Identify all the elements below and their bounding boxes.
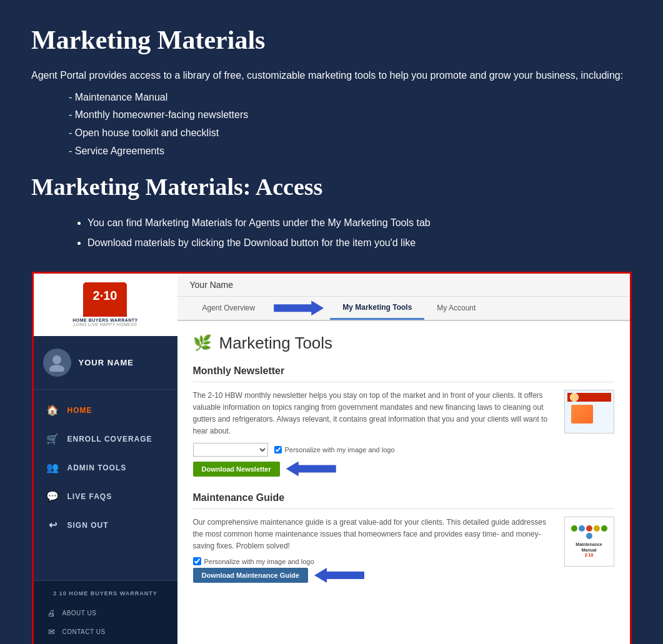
maint-dot bbox=[586, 525, 592, 532]
maint-dot bbox=[586, 533, 592, 539]
chat-icon: 💬 bbox=[46, 490, 60, 503]
signout-icon: ↩ bbox=[46, 518, 60, 532]
list-item: - Open house toolkit and checklist bbox=[69, 124, 632, 142]
download-newsletter-button[interactable]: Download Newsletter bbox=[193, 462, 280, 477]
mail-icon: ✉ bbox=[46, 627, 57, 638]
newsletter-controls: Personalize with my image and logo bbox=[193, 443, 552, 457]
sidebar-item-home[interactable]: 🏠 HOME bbox=[34, 396, 177, 425]
footer-about-label: ABOUT US bbox=[62, 610, 97, 617]
logo-company-name: HOME BUYERS WARRANTY bbox=[72, 318, 138, 322]
maintenance-section: Maintenance Guide Our comprehensive main… bbox=[193, 492, 614, 583]
page-title: Marketing Materials bbox=[31, 25, 632, 55]
footer-company-name: 2 10 HOME BUYERS WARRANTY bbox=[43, 590, 168, 597]
tools-heading: Marketing Tools bbox=[219, 334, 333, 353]
newsletter-content: The 2-10 HBW monthly newsletter helps yo… bbox=[193, 390, 614, 477]
maintenance-thumbnail: MaintenanceManual 2·10 bbox=[564, 517, 614, 567]
footer-item-contact[interactable]: ✉ CONTACT US bbox=[43, 623, 168, 642]
maint-dot bbox=[601, 525, 607, 532]
newsletter-text-area: The 2-10 HBW monthly newsletter helps yo… bbox=[193, 390, 552, 477]
maintenance-heading: Maintenance Guide bbox=[193, 492, 614, 509]
maint-dot bbox=[579, 525, 585, 532]
logo-tagline: LONG LIVE HAPPY HOMES® bbox=[74, 322, 137, 327]
logo-area: 2·10 HOME BUYERS WARRANTY LONG LIVE HAPP… bbox=[34, 274, 177, 336]
portal-user-greeting: Your Name bbox=[190, 280, 234, 290]
footer-contact-label: CONTACT US bbox=[62, 628, 106, 635]
maint-logo: 2·10 bbox=[585, 553, 594, 557]
main-panel: Your Name Agent Overview My Marketing To… bbox=[177, 274, 630, 644]
tab-my-account[interactable]: My Account bbox=[424, 297, 488, 319]
screenshot-mockup: 2·10 HOME BUYERS WARRANTY LONG LIVE HAPP… bbox=[32, 272, 632, 644]
maint-icons bbox=[569, 525, 610, 539]
maintenance-download-row: Download Maintenance Guide bbox=[193, 568, 552, 583]
sidebar-user-name: YOUR NAME bbox=[79, 358, 134, 367]
newsletter-section: Monthly Newsletter The 2-10 HBW monthly … bbox=[193, 365, 614, 477]
arrow-right-icon bbox=[274, 300, 324, 315]
list-item: - Maintenance Manual bbox=[69, 89, 632, 107]
users-icon: 👥 bbox=[46, 461, 60, 475]
maint-dot bbox=[594, 525, 600, 532]
newsletter-heading: Monthly Newsletter bbox=[193, 365, 614, 382]
thumb-content bbox=[567, 404, 611, 425]
tab-agent-overview-label: Agent Overview bbox=[202, 304, 256, 312]
maint-title-text: MaintenanceManual bbox=[576, 542, 602, 553]
tab-marketing-tools-label: My Marketing Tools bbox=[342, 303, 412, 312]
thumb-avatar bbox=[570, 393, 579, 402]
logo-emblem: 2·10 bbox=[83, 282, 127, 317]
svg-point-2 bbox=[52, 355, 61, 364]
sidebar-item-faqs[interactable]: 💬 LIVE FAQS bbox=[34, 482, 177, 511]
maintenance-personalize-row: Personalize with my image and logo bbox=[193, 557, 552, 565]
portal-header: Your Name bbox=[177, 274, 630, 297]
access-title: Marketing Materials: Access bbox=[31, 173, 632, 201]
printer-icon: 🖨 bbox=[46, 608, 57, 619]
access-item: You can find Marketing Materials for Age… bbox=[87, 213, 632, 233]
arrow-left-icon bbox=[286, 462, 336, 477]
intro-text: Agent Portal provides access to a librar… bbox=[31, 67, 632, 84]
maintenance-personalize-checkbox[interactable] bbox=[193, 557, 201, 565]
list-item: - Service Agreements bbox=[69, 142, 632, 161]
thumb-header bbox=[567, 393, 611, 402]
home-icon: 🏠 bbox=[46, 404, 60, 417]
sidebar-item-faqs-label: LIVE FAQS bbox=[67, 492, 112, 501]
download-maintenance-button[interactable]: Download Maintenance Guide bbox=[193, 568, 308, 583]
sidebar-item-enroll[interactable]: 🛒 ENROLL COVERAGE bbox=[34, 425, 177, 453]
footer-item-blog[interactable]: 💬 2-10 HBW BLOG bbox=[43, 642, 168, 644]
feature-list: - Maintenance Manual - Monthly homeowner… bbox=[31, 89, 632, 161]
avatar bbox=[43, 349, 71, 377]
sidebar-item-enroll-label: ENROLL COVERAGE bbox=[67, 435, 152, 443]
tab-marketing-tools[interactable]: My Marketing Tools bbox=[330, 297, 424, 320]
maintenance-personalize-text: Personalize with my image and logo bbox=[204, 558, 314, 565]
svg-text:2·10: 2·10 bbox=[93, 289, 117, 302]
svg-point-3 bbox=[49, 365, 64, 372]
newsletter-thumbnail bbox=[564, 390, 614, 433]
tools-title-row: 🌿 Marketing Tools bbox=[193, 334, 614, 353]
maint-dot bbox=[571, 525, 577, 532]
sidebar-footer: 2 10 HOME BUYERS WARRANTY 🖨 ABOUT US ✉ C… bbox=[34, 580, 177, 644]
newsletter-personalize-label: Personalize with my image and logo bbox=[274, 446, 395, 453]
list-item: - Monthly homeowner-facing newsletters bbox=[69, 106, 632, 124]
nav-tabs-row: Agent Overview My Marketing Tools My Acc… bbox=[177, 297, 630, 321]
sidebar-item-admin[interactable]: 👥 ADMIN TOOLS bbox=[34, 453, 177, 482]
nav-items: 🏠 HOME 🛒 ENROLL COVERAGE 👥 ADMIN TOOLS 💬… bbox=[34, 390, 177, 580]
thumb-image bbox=[571, 405, 593, 424]
newsletter-personalize-text: Personalize with my image and logo bbox=[285, 446, 395, 453]
newsletter-description: The 2-10 HBW monthly newsletter helps yo… bbox=[193, 390, 552, 438]
tab-agent-overview[interactable]: Agent Overview bbox=[190, 297, 268, 319]
maintenance-content: Our comprehensive maintenance guide is a… bbox=[193, 517, 614, 583]
tab-my-account-label: My Account bbox=[437, 304, 476, 312]
access-item: Download materials by clicking the Downl… bbox=[87, 233, 632, 253]
arrow-left-icon-2 bbox=[314, 568, 364, 583]
sidebar-item-signout[interactable]: ↩ SIGN OUT bbox=[34, 511, 177, 540]
sidebar-item-signout-label: SIGN OUT bbox=[67, 521, 109, 530]
maintenance-description: Our comprehensive maintenance guide is a… bbox=[193, 517, 552, 553]
main-content: Marketing Materials Agent Portal provide… bbox=[0, 0, 663, 644]
access-list: You can find Marketing Materials for Age… bbox=[31, 213, 632, 253]
sidebar-item-admin-label: ADMIN TOOLS bbox=[67, 463, 127, 472]
footer-item-about[interactable]: 🖨 ABOUT US bbox=[43, 604, 168, 623]
newsletter-download-row: Download Newsletter bbox=[193, 462, 552, 477]
tools-icon: 🌿 bbox=[193, 334, 212, 352]
newsletter-personalize-checkbox[interactable] bbox=[274, 446, 282, 453]
cart-icon: 🛒 bbox=[46, 432, 60, 446]
content-area: 🌿 Marketing Tools Monthly Newsletter The… bbox=[177, 321, 630, 644]
newsletter-select[interactable] bbox=[193, 443, 268, 457]
user-area: YOUR NAME bbox=[34, 336, 177, 390]
